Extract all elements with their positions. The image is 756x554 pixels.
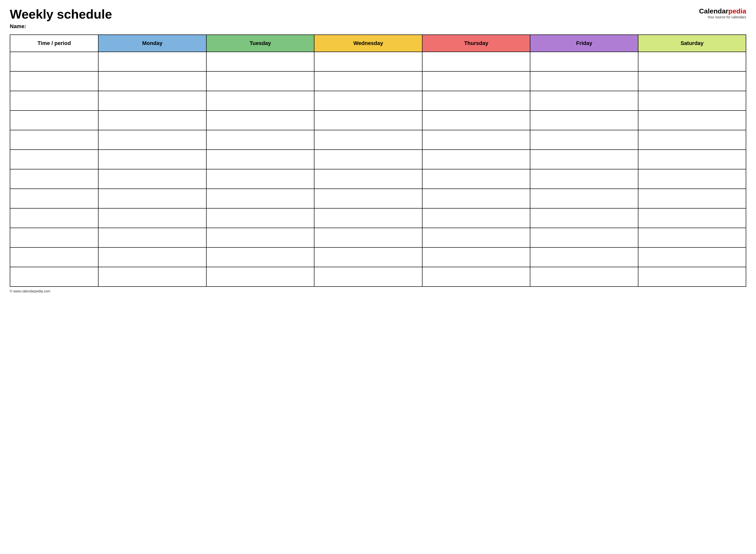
schedule-cell[interactable] <box>638 91 746 111</box>
schedule-cell[interactable] <box>638 247 746 267</box>
schedule-cell[interactable] <box>98 130 206 150</box>
schedule-cell[interactable] <box>638 150 746 169</box>
schedule-cell[interactable] <box>98 52 206 71</box>
schedule-cell[interactable] <box>638 228 746 247</box>
schedule-cell[interactable] <box>530 111 638 130</box>
schedule-cell[interactable] <box>206 208 314 228</box>
time-cell[interactable] <box>10 228 98 247</box>
schedule-cell[interactable] <box>314 267 422 286</box>
schedule-cell[interactable] <box>206 267 314 286</box>
table-row <box>10 71 746 91</box>
schedule-cell[interactable] <box>314 91 422 111</box>
schedule-cell[interactable] <box>530 91 638 111</box>
schedule-cell[interactable] <box>206 150 314 169</box>
time-cell[interactable] <box>10 111 98 130</box>
schedule-cell[interactable] <box>422 91 530 111</box>
time-cell[interactable] <box>10 208 98 228</box>
page-title: Weekly schedule <box>10 7 112 21</box>
schedule-cell[interactable] <box>206 189 314 208</box>
schedule-cell[interactable] <box>314 71 422 91</box>
schedule-cell[interactable] <box>314 247 422 267</box>
schedule-cell[interactable] <box>638 267 746 286</box>
schedule-cell[interactable] <box>530 71 638 91</box>
table-row <box>10 111 746 130</box>
time-cell[interactable] <box>10 150 98 169</box>
schedule-cell[interactable] <box>206 71 314 91</box>
time-cell[interactable] <box>10 71 98 91</box>
schedule-cell[interactable] <box>422 189 530 208</box>
col-header-saturday: Saturday <box>638 35 746 52</box>
table-header-row: Time / period Monday Tuesday Wednesday T… <box>10 35 746 52</box>
schedule-cell[interactable] <box>530 208 638 228</box>
schedule-cell[interactable] <box>98 247 206 267</box>
schedule-cell[interactable] <box>638 52 746 71</box>
footer: © www.calendarpedia.com <box>10 289 746 293</box>
time-cell[interactable] <box>10 189 98 208</box>
schedule-cell[interactable] <box>422 71 530 91</box>
schedule-cell[interactable] <box>638 208 746 228</box>
schedule-cell[interactable] <box>530 228 638 247</box>
schedule-cell[interactable] <box>206 91 314 111</box>
schedule-cell[interactable] <box>422 150 530 169</box>
col-header-thursday: Thursday <box>422 35 530 52</box>
schedule-cell[interactable] <box>530 169 638 189</box>
time-cell[interactable] <box>10 169 98 189</box>
schedule-cell[interactable] <box>638 130 746 150</box>
schedule-cell[interactable] <box>206 130 314 150</box>
schedule-cell[interactable] <box>638 169 746 189</box>
schedule-cell[interactable] <box>98 189 206 208</box>
schedule-cell[interactable] <box>98 267 206 286</box>
schedule-cell[interactable] <box>98 71 206 91</box>
schedule-cell[interactable] <box>422 247 530 267</box>
schedule-cell[interactable] <box>98 208 206 228</box>
schedule-cell[interactable] <box>98 169 206 189</box>
schedule-cell[interactable] <box>206 169 314 189</box>
schedule-cell[interactable] <box>530 130 638 150</box>
schedule-cell[interactable] <box>530 189 638 208</box>
schedule-cell[interactable] <box>314 111 422 130</box>
schedule-cell[interactable] <box>206 228 314 247</box>
schedule-cell[interactable] <box>422 208 530 228</box>
schedule-cell[interactable] <box>98 150 206 169</box>
schedule-cell[interactable] <box>638 111 746 130</box>
schedule-cell[interactable] <box>314 169 422 189</box>
table-row <box>10 91 746 111</box>
schedule-cell[interactable] <box>530 267 638 286</box>
col-header-tuesday: Tuesday <box>206 35 314 52</box>
schedule-cell[interactable] <box>314 52 422 71</box>
time-cell[interactable] <box>10 130 98 150</box>
time-cell[interactable] <box>10 52 98 71</box>
schedule-cell[interactable] <box>314 130 422 150</box>
col-header-wednesday: Wednesday <box>314 35 422 52</box>
schedule-cell[interactable] <box>530 247 638 267</box>
schedule-cell[interactable] <box>314 228 422 247</box>
schedule-cell[interactable] <box>638 189 746 208</box>
time-cell[interactable] <box>10 267 98 286</box>
schedule-table: Time / period Monday Tuesday Wednesday T… <box>10 35 746 287</box>
logo-red-text: pedia <box>728 7 746 15</box>
schedule-cell[interactable] <box>422 267 530 286</box>
logo-text: Calendarpedia <box>699 7 746 15</box>
logo-tagline: Your source for calendars <box>707 15 746 19</box>
schedule-cell[interactable] <box>206 247 314 267</box>
table-row <box>10 169 746 189</box>
schedule-cell[interactable] <box>422 169 530 189</box>
schedule-cell[interactable] <box>206 52 314 71</box>
schedule-cell[interactable] <box>530 150 638 169</box>
schedule-cell[interactable] <box>98 91 206 111</box>
schedule-cell[interactable] <box>98 228 206 247</box>
schedule-cell[interactable] <box>422 111 530 130</box>
schedule-cell[interactable] <box>530 52 638 71</box>
schedule-cell[interactable] <box>422 130 530 150</box>
schedule-cell[interactable] <box>314 189 422 208</box>
schedule-cell[interactable] <box>314 150 422 169</box>
schedule-cell[interactable] <box>98 111 206 130</box>
time-cell[interactable] <box>10 91 98 111</box>
time-cell[interactable] <box>10 247 98 267</box>
schedule-cell[interactable] <box>422 52 530 71</box>
schedule-cell[interactable] <box>206 111 314 130</box>
table-row <box>10 52 746 71</box>
schedule-cell[interactable] <box>422 228 530 247</box>
schedule-cell[interactable] <box>314 208 422 228</box>
schedule-cell[interactable] <box>638 71 746 91</box>
